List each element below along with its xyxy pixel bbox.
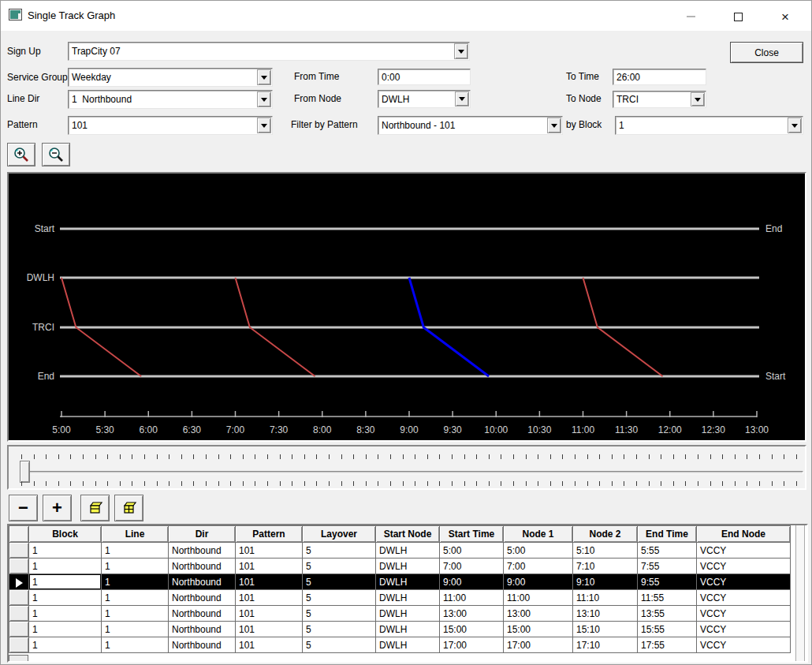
column-header-end-node[interactable]: End Node: [697, 526, 791, 543]
table-cell[interactable]: DWLH: [376, 543, 440, 559]
table-cell[interactable]: VCCY: [697, 559, 791, 574]
table-cell[interactable]: 13:00: [504, 606, 573, 622]
close-window-button[interactable]: ×: [769, 6, 801, 27]
table-cell[interactable]: 5: [303, 606, 376, 622]
table-cell[interactable]: 5: [303, 590, 376, 606]
table-cell[interactable]: 1: [102, 590, 169, 606]
table-cell[interactable]: 11:00: [440, 590, 504, 606]
table-cell[interactable]: 7:00: [504, 559, 573, 574]
minimize-button[interactable]: [675, 6, 706, 27]
column-header-dir[interactable]: Dir: [169, 526, 236, 543]
to-time-input[interactable]: 26:00: [613, 69, 706, 85]
table-cell[interactable]: 17:55: [638, 637, 697, 653]
table-cell[interactable]: 5: [303, 559, 376, 574]
table-cell[interactable]: 5: [303, 637, 376, 653]
table-cell[interactable]: 1: [102, 606, 169, 622]
filter-by-pattern-combobox[interactable]: Northbound - 101: [378, 116, 563, 135]
table-row[interactable]: 11Northbound1015DWLH11:0011:0011:1011:55…: [9, 590, 791, 606]
pattern-combobox[interactable]: 101: [68, 116, 273, 135]
row-selector[interactable]: [9, 590, 29, 606]
table-cell[interactable]: VCCY: [697, 622, 791, 637]
slider-track[interactable]: [24, 471, 803, 474]
table-cell[interactable]: 7:55: [638, 559, 697, 574]
line-dir-combobox[interactable]: 1 Northbound: [68, 90, 273, 109]
table-cell[interactable]: 9:00: [504, 574, 573, 590]
table-cell[interactable]: 15:00: [504, 622, 573, 637]
table-cell[interactable]: Northbound: [169, 574, 236, 590]
service-group-dropdown-button[interactable]: [257, 69, 271, 85]
table-cell[interactable]: 1: [102, 622, 169, 637]
table-cell[interactable]: 101: [236, 622, 303, 637]
filter-by-pattern-dropdown-button[interactable]: [547, 118, 561, 133]
table-cell[interactable]: 101: [236, 574, 303, 590]
row-selector[interactable]: [9, 637, 29, 653]
row-selector[interactable]: [9, 606, 29, 622]
table-row[interactable]: 11Northbound1015DWLH13:0013:0013:1013:55…: [9, 606, 791, 622]
table-cell[interactable]: Northbound: [169, 637, 236, 653]
column-header-line[interactable]: Line: [102, 526, 169, 543]
table-cell[interactable]: 13:10: [573, 606, 638, 622]
by-block-combobox[interactable]: 1: [615, 116, 803, 135]
table-cell[interactable]: Northbound: [169, 590, 236, 606]
table-cell[interactable]: 5:00: [440, 543, 504, 559]
decrease-button[interactable]: −: [9, 495, 38, 521]
table-cell[interactable]: 11:00: [504, 590, 573, 606]
table-cell[interactable]: 15:00: [440, 622, 504, 637]
table-cell[interactable]: 5: [303, 622, 376, 637]
table-cell[interactable]: 1: [29, 574, 102, 590]
column-header-start-time[interactable]: Start Time: [440, 526, 504, 543]
column-header-start-node[interactable]: Start Node: [376, 526, 440, 543]
table-cell[interactable]: 101: [236, 543, 303, 559]
slider-thumb[interactable]: [20, 461, 30, 483]
table-cell[interactable]: Northbound: [169, 559, 236, 574]
table-cell[interactable]: 9:55: [638, 574, 697, 590]
maximize-button[interactable]: [722, 6, 754, 27]
by-block-dropdown-button[interactable]: [788, 118, 802, 133]
table-cell[interactable]: 11:10: [573, 590, 638, 606]
row-selector[interactable]: [9, 543, 29, 559]
zoom-out-button[interactable]: [42, 143, 70, 166]
table-cell[interactable]: 1: [29, 590, 102, 606]
sign-up-combobox[interactable]: TrapCity 07: [68, 42, 470, 61]
table-cell[interactable]: 7:10: [573, 559, 638, 574]
table-cell[interactable]: 1: [102, 543, 169, 559]
table-cell[interactable]: 17:10: [573, 637, 638, 653]
table-cell[interactable]: 5:55: [638, 543, 697, 559]
table-cell[interactable]: Northbound: [169, 622, 236, 637]
table-cell[interactable]: 1: [29, 637, 102, 653]
table-cell[interactable]: 1: [102, 637, 169, 653]
view-single-button[interactable]: [80, 495, 110, 521]
table-cell[interactable]: 5:00: [504, 543, 573, 559]
table-cell[interactable]: 13:00: [440, 606, 504, 622]
table-cell[interactable]: 1: [29, 559, 102, 574]
column-header-layover[interactable]: Layover: [303, 526, 376, 543]
column-header-node-1[interactable]: Node 1: [504, 526, 573, 543]
table-row[interactable]: 11Northbound1015DWLH5:005:005:105:55VCCY: [9, 543, 791, 559]
to-node-dropdown-button[interactable]: [691, 92, 705, 106]
line-dir-dropdown-button[interactable]: [257, 92, 271, 107]
column-header-end-time[interactable]: End Time: [638, 526, 697, 543]
table-cell[interactable]: VCCY: [697, 543, 791, 559]
zoom-in-button[interactable]: [7, 143, 35, 166]
table-cell[interactable]: DWLH: [376, 574, 440, 590]
table-cell[interactable]: 1: [29, 622, 102, 637]
table-row[interactable]: 11Northbound1015DWLH9:009:009:109:55VCCY: [9, 574, 791, 590]
to-node-combobox[interactable]: TRCI: [613, 91, 706, 108]
table-cell[interactable]: DWLH: [376, 606, 440, 622]
table-cell[interactable]: 101: [236, 559, 303, 574]
table-cell[interactable]: DWLH: [376, 622, 440, 637]
table-cell[interactable]: 1: [102, 559, 169, 574]
table-cell[interactable]: VCCY: [697, 590, 791, 606]
table-cell[interactable]: 5:10: [573, 543, 638, 559]
table-cell[interactable]: 5: [303, 543, 376, 559]
from-node-dropdown-button[interactable]: [455, 92, 469, 106]
from-time-input[interactable]: 0:00: [378, 69, 471, 85]
table-cell[interactable]: 1: [29, 543, 102, 559]
table-cell[interactable]: Northbound: [169, 606, 236, 622]
table-cell[interactable]: 7:00: [440, 559, 504, 574]
from-node-combobox[interactable]: DWLH: [378, 90, 471, 108]
table-cell[interactable]: 9:10: [573, 574, 638, 590]
table-cell[interactable]: 15:10: [573, 622, 638, 637]
table-row[interactable]: 11Northbound1015DWLH17:0017:0017:1017:55…: [9, 637, 791, 653]
table-cell[interactable]: 15:55: [638, 622, 697, 637]
